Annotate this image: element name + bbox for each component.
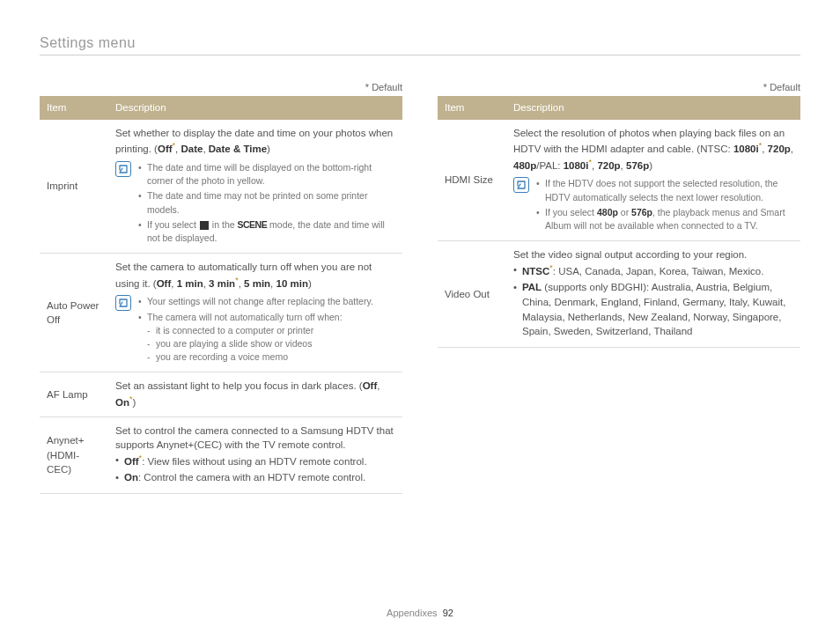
desc-hdmi: Select the resolution of photos when pla… xyxy=(506,120,800,241)
table-row: HDMI Size Select the resolution of photo… xyxy=(438,120,800,241)
item-hdmi: HDMI Size xyxy=(438,120,506,241)
footer-section: Appendixes xyxy=(387,608,438,618)
list-item: NTSC*: USA, Canada, Japan, Korea, Taiwan… xyxy=(513,262,793,279)
note-text: If you select in the SCENE mode, the dat… xyxy=(138,218,395,245)
list-item: On: Control the camera with an HDTV remo… xyxy=(115,470,395,485)
header-description: Description xyxy=(506,96,800,120)
header-item: Item xyxy=(438,96,506,120)
note-text: it is connected to a computer or printer xyxy=(147,324,373,337)
note-icon xyxy=(115,161,131,177)
table-row: Imprint Set whether to display the date … xyxy=(40,120,402,254)
footer-page-number: 92 xyxy=(443,608,453,618)
autopower-sub-notes: it is connected to a computer or printer… xyxy=(147,324,373,365)
list-item: Off*: View files without using an HDTV r… xyxy=(115,453,395,469)
desc-video: Set the video signal output according to… xyxy=(506,241,800,348)
item-video: Video Out xyxy=(438,241,506,348)
list-item: PAL (supports only BDGHI): Australia, Au… xyxy=(513,280,793,339)
video-bullets: NTSC*: USA, Canada, Japan, Korea, Taiwan… xyxy=(513,262,793,339)
table-row: AF Lamp Set an assistant light to help y… xyxy=(40,372,402,417)
note-text: If the HDTV does not support the selecte… xyxy=(536,177,793,203)
item-imprint: Imprint xyxy=(40,120,108,254)
note-text: you are playing a slide show or videos xyxy=(147,337,373,350)
video-intro: Set the video signal output according to… xyxy=(513,247,793,262)
item-anynet: Anynet+ (HDMI-CEC) xyxy=(40,417,108,494)
imprint-note-block: The date and time will be displayed on t… xyxy=(115,161,395,247)
note-text: Your settings will not change after repl… xyxy=(138,295,373,308)
autopower-note-block: Your settings will not change after repl… xyxy=(115,295,395,365)
settings-table-left: Item Description Imprint Set whether to … xyxy=(40,96,402,494)
item-aflamp: AF Lamp xyxy=(40,372,108,417)
note-icon xyxy=(513,177,529,193)
settings-table-right: Item Description HDMI Size Select the re… xyxy=(438,96,800,348)
page-title: Settings menu xyxy=(40,35,800,55)
hdmi-note-block: If the HDTV does not support the selecte… xyxy=(513,177,793,234)
anynet-intro: Set to control the camera connected to a… xyxy=(115,424,395,453)
note-text: If you select 480p or 576p, the playback… xyxy=(536,206,793,232)
imprint-intro: Set whether to display the date and time… xyxy=(115,128,393,155)
table-header-row: Item Description xyxy=(438,96,800,120)
desc-imprint: Set whether to display the date and time… xyxy=(108,120,402,254)
hdmi-intro: Select the resolution of photos when pla… xyxy=(513,128,793,171)
hdmi-notes: If the HDTV does not support the selecte… xyxy=(536,177,793,234)
item-autopower: Auto Power Off xyxy=(40,254,108,372)
table-row: Anynet+ (HDMI-CEC) Set to control the ca… xyxy=(40,417,402,494)
table-row: Auto Power Off Set the camera to automat… xyxy=(40,254,402,372)
imprint-notes: The date and time will be displayed on t… xyxy=(138,161,395,247)
autopower-notes: Your settings will not change after repl… xyxy=(138,295,373,365)
page-footer: Appendixes 92 xyxy=(0,608,840,618)
header-item: Item xyxy=(40,96,108,120)
header-description: Description xyxy=(108,96,402,120)
note-text: The camera will not automatically turn o… xyxy=(138,311,373,365)
left-column: * Default Item Description Imprint Set w… xyxy=(40,82,402,494)
desc-anynet: Set to control the camera connected to a… xyxy=(108,417,402,494)
right-column: * Default Item Description HDMI Size Sel… xyxy=(438,82,800,494)
default-note: * Default xyxy=(438,82,800,92)
scene-mode-icon xyxy=(200,221,209,230)
note-text: The date and time may not be printed on … xyxy=(138,189,395,216)
note-text: The date and time will be displayed on t… xyxy=(138,161,395,188)
table-header-row: Item Description xyxy=(40,96,402,120)
note-text: you are recording a voice memo xyxy=(147,350,373,364)
anynet-bullets: Off*: View files without using an HDTV r… xyxy=(115,453,395,485)
note-icon xyxy=(115,295,131,311)
content-columns: * Default Item Description Imprint Set w… xyxy=(40,82,800,494)
desc-aflamp: Set an assistant light to help you focus… xyxy=(108,372,402,417)
table-row: Video Out Set the video signal output ac… xyxy=(438,241,800,348)
desc-autopower: Set the camera to automatically turn off… xyxy=(108,254,402,372)
default-note: * Default xyxy=(40,82,402,92)
autopower-intro: Set the camera to automatically turn off… xyxy=(115,262,372,289)
